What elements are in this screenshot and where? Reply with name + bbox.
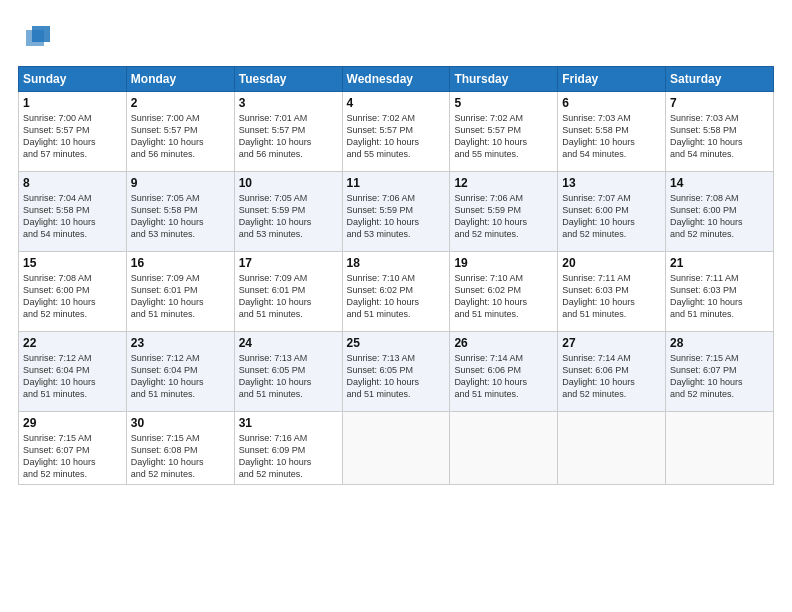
weekday-header-friday: Friday [558, 67, 666, 92]
calendar-cell: 25Sunrise: 7:13 AM Sunset: 6:05 PM Dayli… [342, 332, 450, 412]
day-number: 21 [670, 256, 769, 270]
calendar-cell: 11Sunrise: 7:06 AM Sunset: 5:59 PM Dayli… [342, 172, 450, 252]
logo-icon [22, 20, 54, 56]
calendar-week-row: 8Sunrise: 7:04 AM Sunset: 5:58 PM Daylig… [19, 172, 774, 252]
calendar-cell: 4Sunrise: 7:02 AM Sunset: 5:57 PM Daylig… [342, 92, 450, 172]
weekday-header-thursday: Thursday [450, 67, 558, 92]
day-info: Sunrise: 7:15 AM Sunset: 6:08 PM Dayligh… [131, 432, 230, 481]
calendar-cell: 20Sunrise: 7:11 AM Sunset: 6:03 PM Dayli… [558, 252, 666, 332]
calendar-cell: 29Sunrise: 7:15 AM Sunset: 6:07 PM Dayli… [19, 412, 127, 485]
calendar-cell: 16Sunrise: 7:09 AM Sunset: 6:01 PM Dayli… [126, 252, 234, 332]
calendar-cell: 28Sunrise: 7:15 AM Sunset: 6:07 PM Dayli… [666, 332, 774, 412]
day-info: Sunrise: 7:14 AM Sunset: 6:06 PM Dayligh… [454, 352, 553, 401]
calendar-cell: 3Sunrise: 7:01 AM Sunset: 5:57 PM Daylig… [234, 92, 342, 172]
day-info: Sunrise: 7:04 AM Sunset: 5:58 PM Dayligh… [23, 192, 122, 241]
svg-marker-1 [26, 30, 44, 46]
calendar-cell: 15Sunrise: 7:08 AM Sunset: 6:00 PM Dayli… [19, 252, 127, 332]
weekday-header-wednesday: Wednesday [342, 67, 450, 92]
day-number: 1 [23, 96, 122, 110]
day-number: 8 [23, 176, 122, 190]
logo [18, 18, 54, 56]
day-info: Sunrise: 7:08 AM Sunset: 6:00 PM Dayligh… [23, 272, 122, 321]
calendar-cell: 18Sunrise: 7:10 AM Sunset: 6:02 PM Dayli… [342, 252, 450, 332]
calendar-cell: 9Sunrise: 7:05 AM Sunset: 5:58 PM Daylig… [126, 172, 234, 252]
day-number: 6 [562, 96, 661, 110]
day-number: 23 [131, 336, 230, 350]
day-info: Sunrise: 7:02 AM Sunset: 5:57 PM Dayligh… [454, 112, 553, 161]
page: SundayMondayTuesdayWednesdayThursdayFrid… [0, 0, 792, 612]
day-number: 25 [347, 336, 446, 350]
weekday-header-saturday: Saturday [666, 67, 774, 92]
day-number: 20 [562, 256, 661, 270]
day-info: Sunrise: 7:08 AM Sunset: 6:00 PM Dayligh… [670, 192, 769, 241]
calendar-cell: 12Sunrise: 7:06 AM Sunset: 5:59 PM Dayli… [450, 172, 558, 252]
day-info: Sunrise: 7:00 AM Sunset: 5:57 PM Dayligh… [23, 112, 122, 161]
calendar-cell: 7Sunrise: 7:03 AM Sunset: 5:58 PM Daylig… [666, 92, 774, 172]
day-info: Sunrise: 7:05 AM Sunset: 5:59 PM Dayligh… [239, 192, 338, 241]
day-number: 31 [239, 416, 338, 430]
day-info: Sunrise: 7:15 AM Sunset: 6:07 PM Dayligh… [23, 432, 122, 481]
day-info: Sunrise: 7:07 AM Sunset: 6:00 PM Dayligh… [562, 192, 661, 241]
day-info: Sunrise: 7:05 AM Sunset: 5:58 PM Dayligh… [131, 192, 230, 241]
day-number: 9 [131, 176, 230, 190]
calendar-week-row: 22Sunrise: 7:12 AM Sunset: 6:04 PM Dayli… [19, 332, 774, 412]
calendar-cell: 26Sunrise: 7:14 AM Sunset: 6:06 PM Dayli… [450, 332, 558, 412]
day-info: Sunrise: 7:09 AM Sunset: 6:01 PM Dayligh… [131, 272, 230, 321]
day-number: 28 [670, 336, 769, 350]
day-info: Sunrise: 7:12 AM Sunset: 6:04 PM Dayligh… [131, 352, 230, 401]
calendar-week-row: 29Sunrise: 7:15 AM Sunset: 6:07 PM Dayli… [19, 412, 774, 485]
weekday-header-monday: Monday [126, 67, 234, 92]
day-info: Sunrise: 7:01 AM Sunset: 5:57 PM Dayligh… [239, 112, 338, 161]
calendar-cell [666, 412, 774, 485]
day-info: Sunrise: 7:03 AM Sunset: 5:58 PM Dayligh… [562, 112, 661, 161]
calendar-cell: 24Sunrise: 7:13 AM Sunset: 6:05 PM Dayli… [234, 332, 342, 412]
day-number: 26 [454, 336, 553, 350]
weekday-header-tuesday: Tuesday [234, 67, 342, 92]
day-info: Sunrise: 7:12 AM Sunset: 6:04 PM Dayligh… [23, 352, 122, 401]
day-info: Sunrise: 7:06 AM Sunset: 5:59 PM Dayligh… [454, 192, 553, 241]
day-info: Sunrise: 7:10 AM Sunset: 6:02 PM Dayligh… [454, 272, 553, 321]
day-info: Sunrise: 7:10 AM Sunset: 6:02 PM Dayligh… [347, 272, 446, 321]
calendar-cell: 10Sunrise: 7:05 AM Sunset: 5:59 PM Dayli… [234, 172, 342, 252]
day-info: Sunrise: 7:15 AM Sunset: 6:07 PM Dayligh… [670, 352, 769, 401]
calendar-cell: 8Sunrise: 7:04 AM Sunset: 5:58 PM Daylig… [19, 172, 127, 252]
day-info: Sunrise: 7:14 AM Sunset: 6:06 PM Dayligh… [562, 352, 661, 401]
header [18, 18, 774, 56]
day-number: 7 [670, 96, 769, 110]
day-number: 27 [562, 336, 661, 350]
day-info: Sunrise: 7:13 AM Sunset: 6:05 PM Dayligh… [239, 352, 338, 401]
day-number: 3 [239, 96, 338, 110]
calendar-week-row: 15Sunrise: 7:08 AM Sunset: 6:00 PM Dayli… [19, 252, 774, 332]
calendar-cell: 5Sunrise: 7:02 AM Sunset: 5:57 PM Daylig… [450, 92, 558, 172]
calendar-cell [450, 412, 558, 485]
day-info: Sunrise: 7:06 AM Sunset: 5:59 PM Dayligh… [347, 192, 446, 241]
day-info: Sunrise: 7:11 AM Sunset: 6:03 PM Dayligh… [670, 272, 769, 321]
calendar-cell [342, 412, 450, 485]
calendar-cell: 30Sunrise: 7:15 AM Sunset: 6:08 PM Dayli… [126, 412, 234, 485]
calendar-week-row: 1Sunrise: 7:00 AM Sunset: 5:57 PM Daylig… [19, 92, 774, 172]
day-number: 13 [562, 176, 661, 190]
calendar-cell: 13Sunrise: 7:07 AM Sunset: 6:00 PM Dayli… [558, 172, 666, 252]
calendar-cell: 1Sunrise: 7:00 AM Sunset: 5:57 PM Daylig… [19, 92, 127, 172]
day-info: Sunrise: 7:16 AM Sunset: 6:09 PM Dayligh… [239, 432, 338, 481]
day-number: 29 [23, 416, 122, 430]
calendar-cell: 17Sunrise: 7:09 AM Sunset: 6:01 PM Dayli… [234, 252, 342, 332]
calendar-cell: 2Sunrise: 7:00 AM Sunset: 5:57 PM Daylig… [126, 92, 234, 172]
day-number: 11 [347, 176, 446, 190]
day-number: 16 [131, 256, 230, 270]
day-number: 17 [239, 256, 338, 270]
day-number: 14 [670, 176, 769, 190]
day-info: Sunrise: 7:13 AM Sunset: 6:05 PM Dayligh… [347, 352, 446, 401]
day-info: Sunrise: 7:02 AM Sunset: 5:57 PM Dayligh… [347, 112, 446, 161]
day-number: 12 [454, 176, 553, 190]
day-number: 24 [239, 336, 338, 350]
day-number: 10 [239, 176, 338, 190]
weekday-header-sunday: Sunday [19, 67, 127, 92]
day-number: 15 [23, 256, 122, 270]
calendar-header-row: SundayMondayTuesdayWednesdayThursdayFrid… [19, 67, 774, 92]
day-info: Sunrise: 7:03 AM Sunset: 5:58 PM Dayligh… [670, 112, 769, 161]
calendar-cell: 14Sunrise: 7:08 AM Sunset: 6:00 PM Dayli… [666, 172, 774, 252]
calendar-cell: 6Sunrise: 7:03 AM Sunset: 5:58 PM Daylig… [558, 92, 666, 172]
day-number: 19 [454, 256, 553, 270]
calendar-cell: 27Sunrise: 7:14 AM Sunset: 6:06 PM Dayli… [558, 332, 666, 412]
